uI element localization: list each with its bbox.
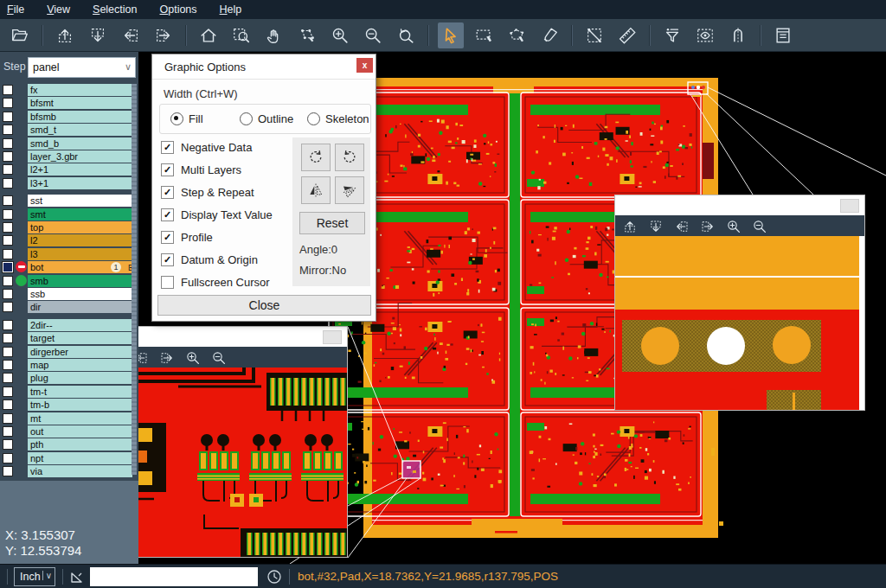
vertex-move-button[interactable]	[294, 22, 320, 48]
layer-checkbox[interactable]	[3, 347, 13, 357]
layer-checkbox[interactable]	[3, 333, 13, 343]
layer-checkbox[interactable]	[3, 209, 13, 220]
window-button[interactable]	[840, 199, 859, 213]
layer-checkbox[interactable]	[3, 373, 13, 383]
layer-name[interactable]: l2	[28, 234, 132, 246]
layer-name[interactable]: top	[28, 221, 132, 233]
layer-name[interactable]: via	[28, 465, 132, 477]
layer-name[interactable]: smt	[28, 208, 132, 220]
layer-name[interactable]: bfsmb	[28, 111, 132, 123]
layer-checkbox[interactable]	[3, 138, 13, 149]
command-input[interactable]	[90, 567, 258, 586]
layer-checkbox[interactable]	[3, 399, 13, 410]
menu-options[interactable]: Options	[159, 3, 196, 16]
layer-name[interactable]: bfsmt	[28, 97, 132, 109]
report-button[interactable]	[770, 22, 796, 48]
window-button[interactable]	[323, 330, 342, 344]
layer-name[interactable]: pth	[28, 438, 132, 451]
layer-name[interactable]: dir	[28, 301, 132, 313]
sidebar-scrollbar[interactable]	[132, 84, 137, 475]
layer-name[interactable]: npt	[28, 452, 132, 464]
layer-name[interactable]: l3+1	[28, 177, 132, 189]
pan-down-button[interactable]	[85, 22, 111, 48]
pan-hand-button[interactable]	[261, 22, 287, 48]
layer-name[interactable]: out	[28, 425, 132, 438]
polygon-select-button[interactable]	[504, 22, 530, 48]
brush-button[interactable]	[536, 22, 562, 48]
snap-button[interactable]	[725, 22, 751, 48]
radio-fill[interactable]: Fill	[170, 112, 203, 125]
layer-name[interactable]: l2+1	[28, 163, 132, 176]
layer-checkbox[interactable]	[3, 439, 13, 450]
ruler-button[interactable]	[614, 22, 640, 48]
dialog-titlebar[interactable]: Graphic Options x	[152, 54, 376, 80]
layer-checkbox[interactable]	[3, 125, 13, 135]
zoom-previous-button[interactable]	[393, 22, 419, 48]
select-tool-button[interactable]	[438, 22, 464, 48]
pan-right-icon[interactable]	[159, 350, 175, 366]
radio-skeleton[interactable]: Skeleton	[307, 112, 369, 125]
magnifier-2-content[interactable]	[615, 236, 864, 410]
layer-checkbox[interactable]	[3, 453, 13, 463]
zoom-out-button[interactable]	[360, 22, 386, 48]
layer-checkbox[interactable]	[3, 466, 13, 476]
dialog-close-button[interactable]: x	[356, 58, 373, 73]
checkbox-negative-data[interactable]: ✓Negative Data	[161, 141, 252, 154]
menu-selection[interactable]: Selection	[93, 3, 137, 16]
layer-checkbox[interactable]	[3, 360, 13, 370]
layer-checkbox[interactable]	[3, 164, 13, 175]
layer-name[interactable]: tm-t	[28, 386, 132, 398]
layer-name[interactable]: plug	[28, 372, 132, 384]
layer-name[interactable]: sst	[28, 195, 132, 207]
layer-checkbox[interactable]	[3, 178, 13, 189]
layer-name[interactable]: smd_b	[28, 137, 132, 150]
magnifier-titlebar[interactable]	[615, 195, 864, 215]
red-layer-indicator-icon[interactable]	[16, 261, 27, 272]
zoom-in-button[interactable]	[327, 22, 353, 48]
pan-left-button[interactable]	[118, 22, 144, 48]
layer-name[interactable]: smb	[28, 275, 132, 287]
filter-button[interactable]	[659, 22, 685, 48]
layer-checkbox[interactable]	[3, 151, 13, 162]
layer-checkbox[interactable]	[3, 276, 13, 286]
layer-checkbox[interactable]	[3, 249, 13, 259]
layer-name[interactable]: dirgerber	[28, 346, 132, 358]
layer-name[interactable]: target	[28, 332, 132, 344]
rotate-ccw-button[interactable]	[335, 144, 364, 171]
rect-select-button[interactable]	[471, 22, 497, 48]
reset-button[interactable]: Reset	[299, 212, 365, 234]
layer-name[interactable]: ssb	[28, 288, 132, 300]
layer-checkbox[interactable]	[3, 320, 13, 330]
step-select[interactable]: panel ∨	[28, 57, 136, 78]
close-button[interactable]: Close	[157, 295, 371, 316]
layer-checkbox[interactable]	[3, 302, 13, 312]
rotate-cw-button[interactable]	[301, 144, 331, 171]
checkbox-fullscreen-cursor[interactable]: Fullscreen Cursor	[161, 276, 270, 289]
layer-name[interactable]: smd_t	[28, 124, 132, 136]
checkbox-step-repeat[interactable]: ✓Step & Repeat	[161, 186, 254, 199]
pan-up-button[interactable]	[52, 22, 78, 48]
layer-name[interactable]: l3	[28, 248, 132, 260]
layer-name[interactable]: layer_3.gbr	[28, 150, 132, 163]
angle-mode-icon[interactable]	[69, 569, 85, 585]
layer-checkbox[interactable]	[3, 262, 13, 272]
menu-file[interactable]: File	[7, 3, 24, 16]
layer-checkbox[interactable]	[3, 413, 13, 424]
zoom-in-icon[interactable]	[185, 350, 201, 366]
pan-right-button[interactable]	[151, 22, 177, 48]
pan-right-icon[interactable]	[700, 219, 716, 234]
layer-checkbox[interactable]	[3, 289, 13, 299]
magnifier-window-2[interactable]	[614, 195, 865, 411]
layer-checkbox[interactable]	[3, 426, 13, 437]
history-clock-icon[interactable]	[266, 569, 282, 585]
checkbox-datum-origin[interactable]: ✓Datum & Origin	[161, 253, 258, 266]
green-layer-indicator-icon[interactable]	[16, 275, 27, 286]
mirror-y-button[interactable]	[335, 176, 364, 204]
home-view-button[interactable]	[196, 22, 222, 48]
layer-name[interactable]: mt	[28, 412, 132, 425]
layer-checkbox[interactable]	[3, 85, 13, 95]
zoom-out-icon[interactable]	[211, 350, 227, 366]
pan-left-icon[interactable]	[674, 219, 690, 234]
layer-checkbox[interactable]	[3, 235, 13, 246]
radio-outline[interactable]: Outline	[240, 112, 293, 125]
